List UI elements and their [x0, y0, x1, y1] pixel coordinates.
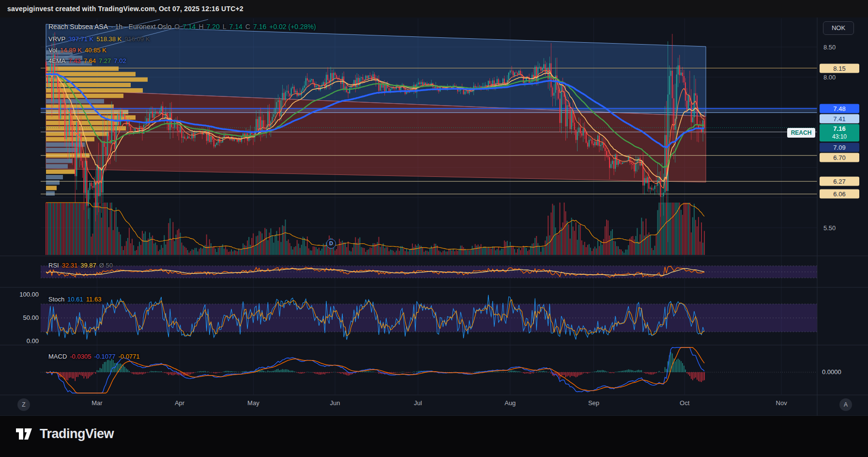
vol-value-1: 14.89 K: [60, 46, 82, 55]
close-value: 7.16: [253, 22, 266, 31]
macd-value-3: -0.0771: [118, 352, 139, 361]
vol-label: Vol: [48, 46, 57, 55]
price-label-6.06: 6.06: [820, 189, 859, 199]
ema-value-4: 7.02: [114, 57, 126, 65]
symbol-legend-row[interactable]: Reach Subsea ASA · 1h · Euronext Oslo O …: [48, 22, 316, 31]
rsi-value-3: Ø 50: [99, 261, 113, 270]
title-bar: savepiginvest created with TradingView.c…: [0, 0, 868, 17]
stoch-value-2: 11.63: [86, 295, 102, 304]
macd-value-2: -0.1077: [94, 352, 115, 361]
symbol-details: · 1h · Euronext Oslo: [111, 22, 171, 31]
brand-footer[interactable]: TradingView: [13, 423, 114, 445]
month-label-Oct: Oct: [675, 399, 694, 407]
tradingview-chart-page: savepiginvest created with TradingView.c…: [0, 0, 868, 457]
open-value: 7.14: [183, 22, 196, 31]
high-label: H: [198, 22, 203, 31]
price-axis[interactable]: 8.508.158.007.487.417.1643:107.096.706.2…: [818, 17, 867, 395]
dividend-marker[interactable]: D: [326, 239, 336, 249]
time-axis[interactable]: MarAprMayJunJulAugSepOctNov: [0, 395, 868, 416]
close-label: C: [245, 22, 250, 31]
ema-label: 4EMA: [48, 57, 65, 65]
month-label-Aug: Aug: [501, 399, 520, 407]
brand-wordmark: TradingView: [40, 426, 114, 441]
month-label-Jul: Jul: [408, 399, 427, 407]
stoch-value-1: 10.61: [67, 295, 83, 304]
month-label-Sep: Sep: [584, 399, 604, 407]
auto-scale-button[interactable]: A: [839, 398, 852, 411]
stoch-axis-label: 50.00: [14, 314, 39, 321]
low-value: 7.14: [229, 22, 243, 31]
low-label: L: [223, 22, 227, 31]
month-label-Apr: Apr: [170, 399, 189, 407]
macd-legend-row[interactable]: MACD -0.0305 -0.1077 -0.0771: [48, 352, 140, 361]
watermark-title: savepiginvest created with TradingView.c…: [7, 5, 244, 13]
ema-value-1: 7.43: [68, 57, 80, 65]
rsi-value-2: 39.87: [80, 261, 96, 270]
vol-value-2: 40.85 K: [85, 46, 107, 55]
open-label: O: [174, 22, 180, 31]
currency-button[interactable]: NOK: [823, 21, 854, 35]
high-value: 7.20: [207, 22, 220, 31]
month-label-May: May: [244, 399, 263, 407]
price-label-7.16: 7.1643:10: [820, 124, 859, 142]
timezone-button[interactable]: Z: [17, 398, 30, 411]
rsi-legend-row[interactable]: RSI 32.31 39.87 Ø 50: [48, 261, 113, 270]
vrvp-value-2: 518.38 K: [96, 35, 122, 44]
change-value: +0.02 (+0.28%): [269, 22, 316, 31]
price-label-7.48: 7.48: [820, 104, 859, 113]
vrvp-value-1: 397.71 K: [68, 35, 93, 44]
month-label-Mar: Mar: [87, 399, 107, 407]
stoch-legend-row[interactable]: Stoch 10.61 11.63: [48, 295, 101, 304]
stoch-axis-label: 100.00: [14, 291, 39, 298]
ema-value-3: 7.27: [99, 57, 111, 65]
vrvp-legend-row[interactable]: VRVP 397.71 K 518.38 K 916.09 K: [48, 35, 150, 44]
price-label-8.50: 8.50: [820, 43, 836, 52]
ema-value-2: 7.64: [84, 57, 96, 65]
vrvp-label: VRVP: [48, 35, 65, 44]
vrvp-value-3: 916.09 K: [124, 35, 150, 44]
macd-zero-label: 0.0000: [822, 368, 841, 376]
symbol-price-tag: REACH: [787, 128, 815, 138]
macd-value-1: -0.0305: [70, 352, 91, 361]
price-label-8.15: 8.15: [820, 63, 859, 73]
rsi-label: RSI: [48, 261, 59, 270]
ema-legend-row[interactable]: 4EMA 7.43 7.64 7.27 7.02: [48, 57, 126, 65]
price-label-6.27: 6.27: [820, 177, 859, 186]
macd-label: MACD: [48, 352, 67, 361]
footer-bar: [0, 416, 868, 457]
price-label-5.50: 5.50: [820, 223, 836, 232]
price-label-7.09: 7.09: [820, 142, 859, 152]
stoch-label: Stoch: [48, 295, 64, 304]
price-label-7.41: 7.41: [820, 114, 859, 123]
price-label-8.00: 8.00: [820, 73, 836, 82]
tradingview-logo-icon: [13, 423, 35, 445]
price-label-6.70: 6.70: [820, 153, 859, 162]
month-label-Nov: Nov: [772, 399, 791, 407]
symbol-name: Reach Subsea ASA: [48, 22, 108, 31]
stoch-axis-label: 0.00: [14, 337, 39, 345]
rsi-value-1: 32.31: [62, 261, 78, 270]
month-label-Jun: Jun: [325, 399, 345, 407]
volume-legend-row[interactable]: Vol 14.89 K 40.85 K: [48, 46, 107, 55]
